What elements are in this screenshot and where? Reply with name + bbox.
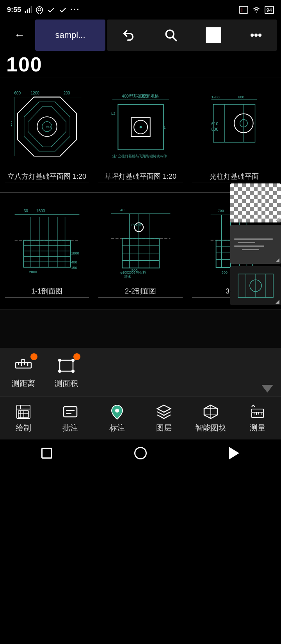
- ruler-icon: [14, 356, 33, 375]
- sys-home-button[interactable]: [131, 443, 150, 463]
- grass-label: 草坪灯基础平面图 1:20: [98, 170, 183, 183]
- badge-icon: [31, 354, 37, 359]
- back-button[interactable]: ←: [4, 20, 35, 51]
- svg-text:350: 350: [140, 94, 148, 98]
- svg-text:L2: L2: [111, 111, 115, 116]
- sys-circle-icon: [134, 447, 147, 459]
- measure-area-label: 测面积: [55, 378, 78, 389]
- svg-rect-117: [64, 407, 77, 417]
- svg-rect-113: [18, 411, 28, 418]
- svg-line-8: [173, 37, 176, 41]
- nav-item-measure[interactable]: 测量: [234, 403, 281, 433]
- search-button[interactable]: [161, 25, 181, 45]
- tools-drawer: 测距离 测面积: [0, 348, 281, 397]
- svg-text:500: 500: [46, 125, 52, 128]
- octagon-drawing[interactable]: 600 1200 200 500: [5, 89, 89, 167]
- cad-thumb: [230, 266, 281, 305]
- area-icon: [57, 356, 76, 375]
- more-icon: [249, 33, 263, 37]
- undo-button[interactable]: [119, 25, 138, 45]
- octagon-svg: 600 1200 200 500: [11, 90, 83, 166]
- svg-point-11: [258, 34, 261, 37]
- white-square-icon: [206, 27, 221, 43]
- tool-measure-distance[interactable]: 测距离: [12, 356, 35, 389]
- draw-svg: [15, 404, 32, 420]
- svg-rect-125: [252, 412, 263, 418]
- layers-label: 图层: [156, 423, 172, 433]
- svg-text:I1: I1: [162, 125, 165, 130]
- nav-item-smart-block[interactable]: 智能图块: [187, 403, 234, 433]
- svg-point-10: [254, 34, 258, 37]
- svg-text:600: 600: [14, 91, 21, 95]
- svg-text:1600: 1600: [36, 208, 45, 213]
- svg-point-104: [74, 354, 80, 359]
- bottom-nav: 绘制 批注 标注 图层: [0, 397, 281, 439]
- nav-item-layers[interactable]: 图层: [140, 403, 187, 433]
- thumbnail-3[interactable]: [230, 266, 281, 305]
- mark-label: 标注: [109, 423, 125, 433]
- svg-text:800: 800: [212, 127, 219, 132]
- nav-item-draw[interactable]: 绘制: [0, 403, 47, 433]
- thumbnail-1[interactable]: [230, 183, 281, 222]
- status-right: 94: [239, 6, 274, 14]
- svg-text:40: 40: [120, 208, 124, 212]
- drawer-arrow[interactable]: [261, 385, 273, 393]
- drawing-cell-octagon: 600 1200 200 500: [0, 86, 94, 186]
- svg-text:180: 180: [11, 120, 12, 126]
- check1-icon: [47, 6, 55, 14]
- section11-drawing[interactable]: 30 1600: [5, 204, 89, 282]
- svg-text:200: 200: [63, 91, 70, 95]
- scale-value: 100: [6, 53, 43, 76]
- pole-drawing[interactable]: 1-H0 600 610 800: [192, 89, 276, 167]
- dots-icon: ···: [70, 5, 80, 15]
- undo-icon: [122, 28, 135, 42]
- svg-text:30: 30: [23, 208, 28, 213]
- svg-text:600: 600: [222, 270, 228, 274]
- section22-drawing[interactable]: 40 PVC管: [98, 204, 183, 282]
- svg-text:PVC管: PVC管: [131, 223, 142, 227]
- dark-section: [0, 309, 281, 348]
- toolbar-actions: [107, 20, 277, 51]
- sys-square-button[interactable]: [37, 443, 57, 463]
- svg-text:400: 400: [71, 260, 77, 264]
- svg-point-35: [139, 126, 142, 128]
- pole-svg: 1-H0 600 610 800: [209, 93, 260, 163]
- drawing-cell-s22: 40 PVC管: [94, 201, 187, 301]
- more-button[interactable]: [246, 25, 266, 45]
- measure-distance-label: 测距离: [12, 378, 35, 389]
- nav-item-mark[interactable]: 标注: [94, 403, 140, 433]
- tool-measure-area[interactable]: 测面积: [55, 356, 78, 389]
- svg-text:1-H0: 1-H0: [212, 95, 220, 99]
- nav-item-annotate[interactable]: 批注: [47, 403, 94, 433]
- svg-point-95: [31, 354, 37, 359]
- cad-area: 600 1200 200 500: [0, 78, 281, 309]
- svg-text:2000: 2000: [29, 270, 37, 274]
- thumb-corner-3: [276, 300, 279, 304]
- document-title[interactable]: sampl...: [35, 20, 105, 51]
- checker-pattern: [230, 183, 281, 222]
- cad-thumb-svg: [236, 272, 275, 299]
- thumbnail-2[interactable]: [230, 225, 281, 264]
- grass-svg: 400型基础配套规格 350 L2 I1 注: 立柱灯基础与飞翔彩铝铸铁构件: [110, 93, 171, 163]
- grass-drawing[interactable]: 400型基础配套规格 350 L2 I1 注: 立柱灯基础与飞翔彩铝铸铁构件: [98, 89, 183, 167]
- signal-icon: [24, 6, 32, 14]
- svg-rect-5: [239, 6, 248, 13]
- wifi-icon: [251, 6, 261, 14]
- svg-text:注: 立柱灯基础与飞翔彩铝铸铁构件: 注: 立柱灯基础与飞翔彩铝铸铁构件: [112, 154, 167, 158]
- svg-rect-0: [25, 11, 26, 13]
- svg-point-9: [251, 34, 254, 37]
- sys-back-button[interactable]: [224, 443, 244, 463]
- svg-text:610: 610: [212, 121, 219, 126]
- svg-text:150: 150: [71, 266, 77, 270]
- search-icon: [164, 28, 178, 42]
- svg-point-108: [58, 370, 61, 373]
- svg-rect-1: [27, 9, 28, 13]
- block-icon: [239, 6, 248, 14]
- mark-svg: [109, 404, 125, 420]
- pole-label: 光柱灯基础平面: [192, 170, 276, 183]
- octagon-label: 立八方灯基础平面图 1:20: [5, 170, 89, 183]
- layers-button[interactable]: [204, 25, 223, 45]
- thumbnail-panel: [230, 183, 281, 305]
- sys-square-icon: [41, 448, 52, 459]
- scale-area: 100: [0, 51, 281, 78]
